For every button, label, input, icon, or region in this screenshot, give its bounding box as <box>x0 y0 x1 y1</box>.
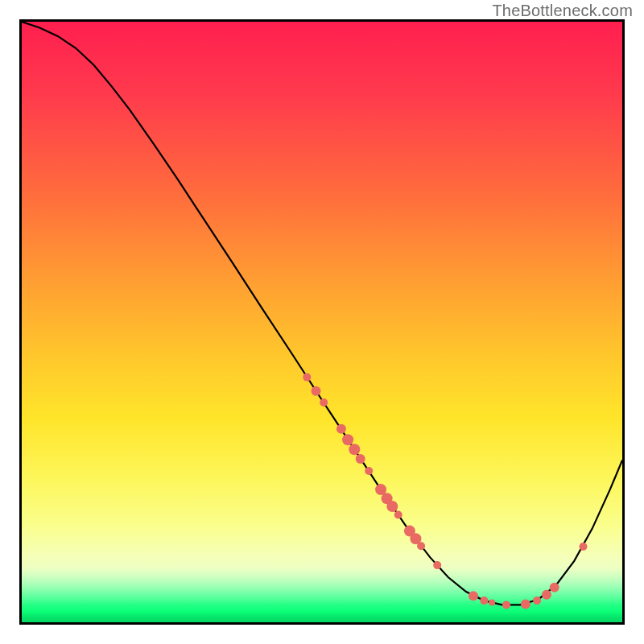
chart-plot-area <box>19 19 625 625</box>
datapoint <box>542 590 551 600</box>
datapoint <box>303 374 311 382</box>
datapoint <box>489 599 495 605</box>
bottleneck-curve <box>22 22 622 605</box>
datapoint <box>580 543 588 551</box>
datapoint <box>521 600 530 609</box>
datapoint <box>533 597 541 605</box>
datapoint <box>386 501 398 512</box>
datapoint <box>349 444 360 455</box>
datapoint <box>480 597 488 605</box>
datapoint <box>394 511 402 519</box>
datapoint <box>320 398 328 407</box>
datapoint <box>469 591 478 601</box>
datapoint <box>365 467 373 475</box>
attribution-text: TheBottleneck.com <box>492 2 633 20</box>
datapoint <box>312 386 321 396</box>
datapoint <box>417 542 425 550</box>
curve-svg <box>22 22 622 622</box>
datapoint <box>336 424 346 434</box>
datapoint <box>502 601 510 609</box>
datapoint <box>342 434 353 445</box>
datapoint <box>550 583 559 592</box>
datapoint <box>356 454 365 464</box>
datapoint <box>433 561 441 569</box>
